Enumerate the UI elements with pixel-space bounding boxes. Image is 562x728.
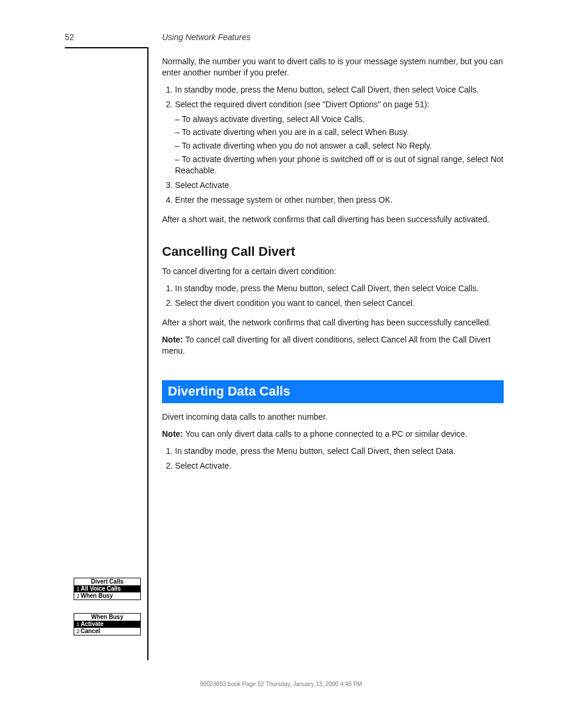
step-item: Select the required divert condition (se… <box>175 99 504 176</box>
screen-row-selected: 1 All Voice Calls <box>74 585 140 592</box>
screen-title: When Busy <box>74 614 140 621</box>
section-heading-data-calls: Diverting Data Calls <box>162 380 504 404</box>
row-label: Activate <box>81 621 140 628</box>
screen-row: 2 Cancel <box>74 628 140 635</box>
main-content: Normally, the number you want to divert … <box>162 56 504 480</box>
screen-row-selected: 1 Activate <box>74 621 140 628</box>
note-text: To cancel call diverting for all divert … <box>162 335 491 355</box>
note-label: Note: <box>162 335 183 344</box>
phone-screen-divert-calls: Divert Calls 1 All Voice Calls 2 When Bu… <box>74 578 141 600</box>
note-text: You can only divert data calls to a phon… <box>185 429 467 439</box>
page-number: 52 <box>65 32 74 42</box>
step-text: Select Activate. <box>175 180 232 190</box>
step-text: In standby mode, press the Menu button, … <box>175 446 455 456</box>
after-cancel-paragraph: After a short wait, the network confirms… <box>162 317 504 328</box>
step-text: Select the divert condition you want to … <box>175 298 415 308</box>
step-text: In standby mode, press the Menu button, … <box>175 85 479 94</box>
sub-item: To always activate diverting, select All… <box>175 114 504 125</box>
cancel-intro-paragraph: To cancel diverting for a certain divert… <box>162 266 504 277</box>
step-item: In standby mode, press the Menu button, … <box>175 446 504 457</box>
data-calls-paragraph: Divert incoming data calls to another nu… <box>162 411 504 423</box>
step-item: Select Activate. <box>175 460 504 472</box>
row-label: Cancel <box>81 628 140 635</box>
step-text: Select Activate. <box>175 461 232 470</box>
page: 52 Using Network Features Normally, the … <box>0 0 562 728</box>
steps-cancel-divert: In standby mode, press the Menu button, … <box>162 283 504 309</box>
step-item: Select the divert condition you want to … <box>175 298 504 309</box>
step-sublist: To always activate diverting, select All… <box>175 114 504 176</box>
sub-item: To activate diverting when you do not an… <box>175 140 504 151</box>
footer-imprint: 90023893.book Page 52 Thursday, January … <box>0 681 562 687</box>
note-cancel-all: Note: To cancel call diverting for all d… <box>162 334 504 357</box>
step-item: Select Activate. <box>175 180 504 191</box>
step-text: In standby mode, press the Menu button, … <box>175 284 479 293</box>
phone-screen-when-busy: When Busy 1 Activate 2 Cancel <box>74 613 141 635</box>
intro-paragraph: Normally, the number you want to divert … <box>162 56 504 78</box>
corner-rule-horizontal <box>65 47 148 48</box>
row-number: 1 <box>75 585 80 592</box>
screen-row: 2 When Busy <box>74 592 140 599</box>
note-label: Note: <box>162 429 183 439</box>
row-number: 2 <box>75 628 80 635</box>
heading-cancel-divert: Cancelling Call Divert <box>162 243 504 261</box>
step-item: In standby mode, press the Menu button, … <box>175 283 504 294</box>
row-number: 1 <box>75 621 80 628</box>
sub-item: To activate diverting when your phone is… <box>175 154 504 176</box>
steps-data-divert: In standby mode, press the Menu button, … <box>162 446 504 472</box>
row-label: All Voice Calls <box>81 585 140 592</box>
sub-item: To activate diverting when you are in a … <box>175 127 504 138</box>
row-label: When Busy <box>81 592 140 599</box>
steps-activate-divert: In standby mode, press the Menu button, … <box>162 84 504 206</box>
vertical-rule <box>147 47 148 660</box>
running-header: Using Network Features <box>162 32 250 42</box>
note-data-calls: Note: You can only divert data calls to … <box>162 429 504 440</box>
after-steps-paragraph: After a short wait, the network confirms… <box>162 214 504 225</box>
step-text: Select the required divert condition (se… <box>175 100 429 109</box>
screen-title: Divert Calls <box>74 578 140 585</box>
step-text: Enter the message system or other number… <box>175 195 393 205</box>
step-item: Enter the message system or other number… <box>175 195 504 206</box>
row-number: 2 <box>75 592 80 599</box>
step-item: In standby mode, press the Menu button, … <box>175 84 504 95</box>
